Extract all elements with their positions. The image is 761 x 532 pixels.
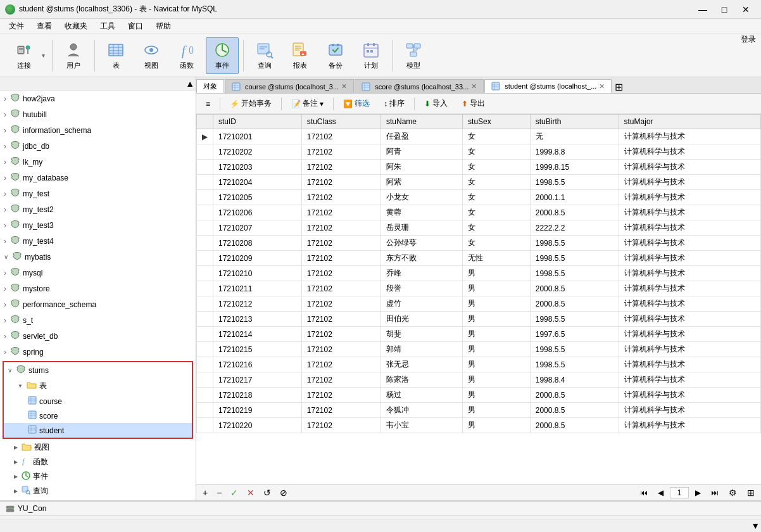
table-cell-stuSex[interactable]: 男 (463, 327, 531, 342)
table-cell-stuID[interactable]: 17210209 (213, 251, 302, 266)
table-cell-stuSex[interactable]: 女 (463, 236, 531, 251)
toolbar-query[interactable]: 查询 (248, 37, 281, 74)
db-collapse-arrow[interactable]: › (4, 142, 6, 151)
table-cell-stuBirth[interactable]: 2000.8.5 (530, 388, 619, 403)
view-mode-btn[interactable]: ⊞ (743, 486, 758, 499)
menu-window[interactable]: 窗口 (122, 20, 149, 33)
db-collapse-arrow[interactable]: › (4, 110, 6, 119)
table-row[interactable]: 17210217172102陈家洛男1998.8.4计算机科学与技术 (197, 372, 761, 388)
sidebar-item-information_schema[interactable]: › information_schema (0, 122, 196, 138)
table-row[interactable]: 17210213172102田伯光男1998.5.5计算机科学与技术 (197, 312, 761, 327)
db-collapse-arrow[interactable]: › (4, 237, 6, 246)
table-row[interactable]: 17210205172102小龙女女2000.1.1计算机科学与技术 (197, 190, 761, 205)
table-cell-stuID[interactable]: 17210210 (213, 266, 302, 281)
table-cell-stuName[interactable]: 杨过 (380, 388, 462, 403)
table-cell-stuSex[interactable]: 男 (463, 266, 531, 281)
add-row-btn[interactable]: + (199, 486, 211, 499)
note-btn[interactable]: 📝 备注 ▾ (286, 96, 329, 111)
table-cell-stuBirth[interactable]: 2000.1.1 (530, 190, 619, 205)
table-cell-stuBirth[interactable]: 1999.8.15 (530, 160, 619, 175)
table-cell-stuSex[interactable]: 女 (463, 190, 531, 205)
db-collapse-arrow[interactable]: › (4, 158, 6, 167)
tab-course-close[interactable]: ✕ (341, 82, 347, 91)
table-cell-stuBirth[interactable]: 1998.5.5 (530, 175, 619, 190)
table-cell-stuName[interactable]: 阿紫 (380, 175, 462, 190)
sidebar-item-事件[interactable]: ▶事件 (0, 469, 196, 484)
sidebar-item-jdbc_db[interactable]: › jdbc_db (0, 138, 196, 154)
table-cell-stuMajor[interactable]: 计算机科学与技术 (619, 403, 760, 418)
table-cell-stuSex[interactable]: 无性 (463, 251, 531, 266)
table-cell-stuClass[interactable]: 172102 (301, 357, 380, 372)
login-button[interactable]: 登录 (741, 34, 756, 45)
table-cell-stuSex[interactable]: 男 (463, 281, 531, 296)
table-cell-stuClass[interactable]: 172102 (301, 342, 380, 357)
db-collapse-arrow[interactable]: › (4, 126, 6, 135)
toolbar-table[interactable]: 表 (99, 37, 132, 74)
db-collapse-arrow[interactable]: › (4, 348, 6, 357)
sidebar-item-查询[interactable]: ▶查询 (0, 484, 196, 498)
table-cell-stuSex[interactable]: 男 (463, 372, 531, 388)
toolbar-connect[interactable]: 连接 (8, 37, 41, 74)
table-row[interactable]: 17210219172102令狐冲男2000.8.5计算机科学与技术 (197, 403, 761, 418)
sidebar-item-my_database[interactable]: › my_database (0, 170, 196, 186)
sidebar-item-表[interactable]: ▼表 (4, 378, 192, 394)
table-cell-stuSex[interactable]: 男 (463, 357, 531, 372)
table-cell-stuID[interactable]: 17210217 (213, 372, 302, 388)
toolbar-user[interactable]: 用户 (57, 37, 90, 74)
sidebar-item-my_test2[interactable]: › my_test2 (0, 201, 196, 217)
page-prev-btn[interactable]: ◀ (654, 487, 667, 498)
sidebar-item-how2java[interactable]: › how2java (0, 91, 196, 106)
tab-score[interactable]: score @stums (localhost_33... ✕ (355, 79, 484, 93)
db-collapse-arrow[interactable]: › (4, 189, 6, 198)
table-cell-stuMajor[interactable]: 计算机科学与技术 (619, 205, 760, 220)
table-cell-stuMajor[interactable]: 计算机科学与技术 (619, 281, 760, 296)
table-cell-stuBirth[interactable]: 2222.2.2 (530, 220, 619, 236)
table-cell-stuName[interactable]: 任盈盈 (380, 129, 462, 144)
table-cell-stuMajor[interactable]: 计算机科学与技术 (619, 418, 760, 433)
table-cell-stuName[interactable]: 岳灵珊 (380, 220, 462, 236)
menu-view[interactable]: 查看 (30, 20, 58, 33)
table-cell-stuBirth[interactable]: 1999.8.8 (530, 144, 619, 160)
table-row[interactable]: 17210209172102东方不败无性1998.5.5计算机科学与技术 (197, 251, 761, 266)
table-row[interactable]: 17210216172102张无忌男1998.5.5计算机科学与技术 (197, 357, 761, 372)
table-cell-stuClass[interactable]: 172102 (301, 388, 380, 403)
table-row[interactable]: 17210204172102阿紫女1998.5.5计算机科学与技术 (197, 175, 761, 190)
close-button[interactable]: ✕ (736, 3, 756, 16)
table-row[interactable]: 17210206172102黄蓉女2000.8.5计算机科学与技术 (197, 205, 761, 220)
table-cell-stuName[interactable]: 张无忌 (380, 357, 462, 372)
page-number-input[interactable] (670, 487, 689, 498)
table-cell-stuID[interactable]: 17210220 (213, 418, 302, 433)
table-row[interactable]: 17210218172102杨过男2000.8.5计算机科学与技术 (197, 388, 761, 403)
sidebar-item-lk_my[interactable]: › lk_my (0, 154, 196, 170)
stop-btn[interactable]: ⊘ (276, 486, 291, 499)
table-cell-stuBirth[interactable]: 2000.8.5 (530, 403, 619, 418)
table-cell-stuID[interactable]: 17210207 (213, 220, 302, 236)
table-cell-stuName[interactable]: 郭靖 (380, 342, 462, 357)
refresh-btn[interactable]: ↺ (260, 486, 275, 499)
filter-btn[interactable]: 🔽 筛选 (337, 96, 375, 111)
table-cell-stuID[interactable]: 17210205 (213, 190, 302, 205)
db-collapse-arrow[interactable]: › (4, 94, 6, 103)
table-row[interactable]: 17210211172102段誉男2000.8.5计算机科学与技术 (197, 281, 761, 296)
expand-arrow[interactable]: ▶ (14, 474, 18, 479)
table-row[interactable]: 17210207172102岳灵珊女2222.2.2计算机科学与技术 (197, 220, 761, 236)
table-row[interactable]: 17210210172102乔峰男1998.5.5计算机科学与技术 (197, 266, 761, 281)
expand-arrow[interactable]: ▼ (18, 383, 23, 389)
check-btn[interactable]: ✓ (227, 486, 242, 499)
table-cell-stuMajor[interactable]: 计算机科学与技术 (619, 220, 760, 236)
table-cell-stuBirth[interactable]: 1998.5.5 (530, 357, 619, 372)
table-cell-stuMajor[interactable]: 计算机科学与技术 (619, 388, 760, 403)
table-cell-stuMajor[interactable]: 计算机科学与技术 (619, 175, 760, 190)
table-cell-stuName[interactable]: 胡斐 (380, 327, 462, 342)
table-cell-stuClass[interactable]: 172102 (301, 190, 380, 205)
table-cell-stuID[interactable]: 17210204 (213, 175, 302, 190)
table-cell-stuBirth[interactable]: 1998.5.5 (530, 251, 619, 266)
table-cell-stuBirth[interactable]: 无 (530, 129, 619, 144)
table-cell-stuID[interactable]: 17210206 (213, 205, 302, 220)
sidebar-item-mysql[interactable]: › mysql (0, 265, 196, 281)
sidebar-item-s_t[interactable]: › s_t (0, 312, 196, 328)
toolbar-function[interactable]: f() 函数 (170, 37, 203, 74)
col-stubirth[interactable]: stuBirth (530, 115, 619, 129)
table-cell-stuID[interactable]: 17210219 (213, 403, 302, 418)
col-stumajor[interactable]: stuMajor (619, 115, 760, 129)
